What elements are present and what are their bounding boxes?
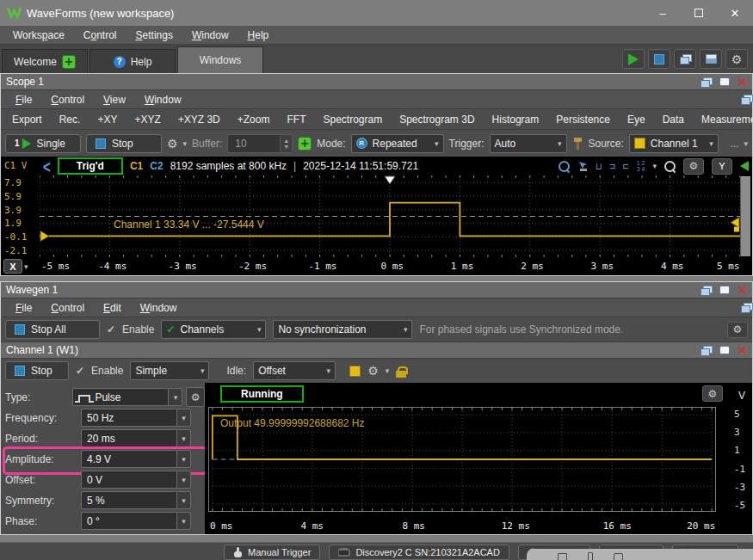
window-icon[interactable] [719, 77, 730, 86]
restore-icon[interactable] [701, 346, 712, 355]
collapse-left-icon[interactable]: < [43, 157, 51, 175]
manual-trigger-button[interactable]: Manual Trigger [224, 545, 320, 560]
scope-menu-window[interactable]: Window [135, 94, 191, 106]
restore-icon[interactable] [701, 77, 712, 87]
channel-stop-button[interactable]: Stop [5, 361, 69, 380]
measure-horizontal-icon[interactable]: ⊔ [596, 161, 602, 172]
type-input[interactable]: Pulse▾ [72, 388, 182, 406]
tile-windows-button[interactable] [700, 49, 722, 69]
chevron-down-icon[interactable]: ▾ [744, 139, 748, 148]
channels-dropdown[interactable]: ✓ Channels ▾ [161, 320, 266, 339]
buffer-spinner[interactable]: 10 ▲▼ [227, 134, 293, 153]
scope-waveform-canvas[interactable]: Channel 1 33.34 V ... -27.5444 V [40, 175, 740, 257]
minimize-button[interactable]: – [645, 0, 681, 26]
preview-settings-button[interactable]: ⚙ [702, 385, 723, 402]
scope-titlebar[interactable]: Scope 1 ✕ [1, 74, 752, 90]
field-value[interactable]: 0 V [81, 471, 176, 489]
dropdown-button[interactable]: ▾ [176, 409, 191, 427]
scope-view-data[interactable]: Data [655, 114, 692, 126]
app-menu-settings[interactable]: Settings [127, 29, 182, 41]
dropdown-button[interactable]: ▾ [176, 471, 191, 489]
lock-icon[interactable] [396, 366, 406, 378]
acquisition-settings-icon[interactable]: ⚙ [167, 138, 178, 150]
field-value[interactable]: Pulse [72, 388, 168, 406]
channel2-tab[interactable]: C2 [150, 160, 163, 172]
type-settings-button[interactable]: ⚙ [186, 387, 205, 407]
stop-all-button[interactable]: Stop All [5, 320, 100, 339]
dock-icon[interactable] [741, 95, 752, 104]
maximize-button[interactable] [681, 0, 717, 26]
dock-icon[interactable] [741, 303, 752, 312]
field-value[interactable]: 50 Hz [81, 409, 176, 427]
device-button[interactable]: Discovery2 C SN:210321A2ACAD [329, 545, 509, 560]
add-buffer-icon[interactable]: + [298, 137, 312, 151]
scope-view-measurements[interactable]: Measurements [694, 114, 753, 126]
wavegen-menu-window[interactable]: Window [131, 302, 187, 314]
scope-view-export[interactable]: Export [4, 114, 50, 126]
scope-view--zoom[interactable]: +Zoom [230, 114, 278, 126]
cursor-icon[interactable] [577, 161, 589, 172]
dropdown-button[interactable]: ▾ [168, 388, 182, 406]
single-button[interactable]: 1 Single [5, 134, 81, 153]
measure-vertical-icon[interactable]: ⊐ [609, 161, 615, 172]
tab-welcome[interactable]: Welcome + [2, 49, 88, 73]
window-icon[interactable] [719, 286, 730, 294]
app-menu-control[interactable]: Control [74, 29, 127, 41]
run-all-button[interactable] [622, 49, 645, 69]
scope-view-spectrogram-3d[interactable]: Spectrogram 3D [392, 114, 482, 126]
wavegen-menu-edit[interactable]: Edit [94, 302, 131, 314]
channel-color-chip[interactable] [349, 366, 361, 377]
symmetry-input[interactable]: 5 %▾ [81, 491, 191, 509]
y-axis-channel-label[interactable]: C1 V [1, 157, 40, 175]
field-value[interactable]: 5 % [81, 491, 176, 509]
search-icon[interactable] [664, 161, 676, 172]
window-icon[interactable] [719, 346, 730, 354]
close-channel-icon[interactable]: ✕ [738, 345, 747, 356]
scope-stop-button[interactable]: Stop [86, 134, 162, 153]
field-value[interactable]: 4.9 V [81, 450, 176, 468]
dropdown-button[interactable]: ▾ [176, 450, 191, 468]
scope-view-histogram[interactable]: Histogram [485, 114, 547, 126]
y-axis-button[interactable]: Y [712, 158, 732, 175]
wavegen-settings-button[interactable]: ⚙ [727, 322, 748, 338]
dropdown-button[interactable]: ▾ [176, 512, 191, 530]
generator-mode-dropdown[interactable]: Simple ▾ [130, 361, 209, 380]
idle-dropdown[interactable]: Offset ▾ [253, 361, 336, 380]
scope-menu-view[interactable]: View [94, 94, 135, 106]
zoom-in-icon[interactable] [559, 161, 570, 172]
scope-view-fft[interactable]: FFT [279, 114, 313, 126]
plot-settings-button[interactable]: ⚙ [683, 158, 704, 175]
collapse-panel-icon[interactable] [740, 161, 749, 171]
phase-input[interactable]: 0 °▾ [81, 512, 191, 530]
tab-help[interactable]: ? Help [89, 49, 176, 73]
channel1-tab[interactable]: C1 [130, 160, 143, 172]
close-wavegen-icon[interactable]: ✕ [738, 285, 747, 296]
close-scope-icon[interactable]: ✕ [738, 77, 747, 88]
wavegen-titlebar[interactable]: Wavegen 1 ✕ [1, 282, 752, 298]
enable-check-icon[interactable]: ✓ [107, 323, 115, 335]
tab-windows[interactable]: Windows [177, 46, 263, 73]
scope-view--xyz-3d[interactable]: +XYZ 3D [170, 114, 228, 126]
restore-icon[interactable] [701, 286, 712, 295]
wavegen-menu-file[interactable]: File [6, 302, 41, 314]
scope-view-rec-[interactable]: Rec. [52, 114, 89, 126]
chevron-down-icon[interactable]: ▾ [24, 262, 28, 271]
chevron-down-icon[interactable]: ▾ [652, 162, 657, 170]
scope-view-spectrogram[interactable]: Spectrogram [315, 114, 390, 126]
amplitude-input[interactable]: 4.9 V▾ [81, 450, 191, 468]
scope-menu-control[interactable]: Control [41, 94, 94, 106]
scope-view--xy[interactable]: +XY [89, 114, 125, 126]
cursors-1234-icon[interactable]: 1 23 4 [637, 160, 645, 172]
source-dropdown[interactable]: Channel 1 ▾ [629, 134, 719, 153]
period-input[interactable]: 20 ms▾ [81, 429, 191, 447]
app-menu-workspace[interactable]: Workspace [3, 29, 74, 41]
scope-vertical-scrollbar[interactable] [740, 176, 750, 256]
channel1-titlebar[interactable]: Channel 1 (W1) ✕ [1, 342, 752, 359]
close-button[interactable]: ✕ [717, 0, 753, 26]
dropdown-button[interactable]: ▾ [176, 491, 191, 509]
hammer-icon[interactable] [572, 137, 583, 151]
channel-settings-icon[interactable]: ⚙ [367, 365, 379, 377]
sync-dropdown[interactable]: No synchronization ▾ [273, 320, 412, 339]
more-options-button[interactable]: ... [730, 138, 738, 150]
overlay-toolbar-panel[interactable] [527, 549, 753, 560]
